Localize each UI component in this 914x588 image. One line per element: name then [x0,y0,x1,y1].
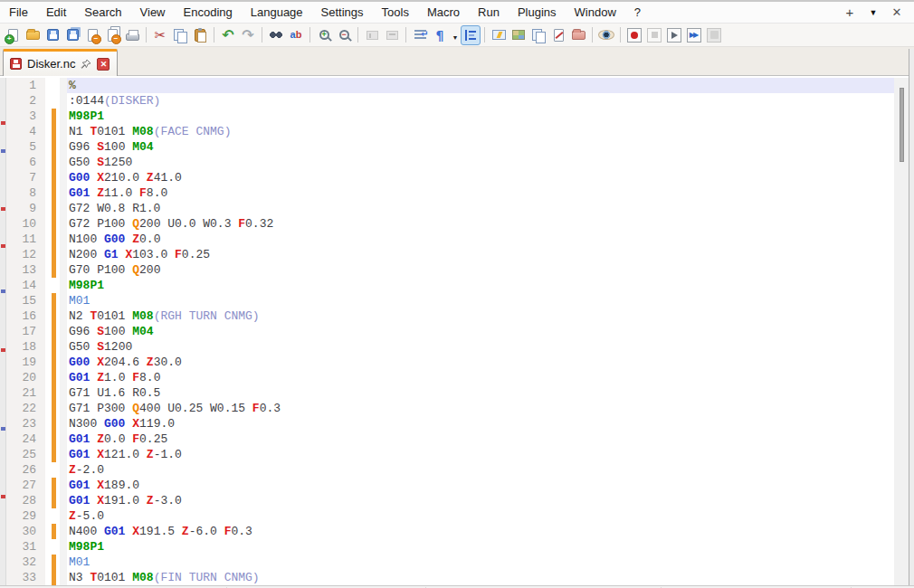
code-line[interactable]: 25G01 X121.0 Z-1.0 [6,447,894,462]
replace-button[interactable] [286,25,306,45]
print-button[interactable] [122,25,142,45]
code-line[interactable]: 1% [6,78,894,93]
code-text[interactable]: G50 S1250 [67,155,894,170]
line-number[interactable]: 29 [6,508,45,524]
code-line[interactable]: 7G00 X210.0 Z41.0 [6,170,894,185]
fold-margin[interactable] [60,339,67,355]
code-text[interactable]: G96 S100 M04 [67,324,894,339]
line-number[interactable]: 5 [6,139,45,155]
menu-item-encoding[interactable]: Encoding [175,2,242,24]
fold-margin[interactable] [60,324,67,339]
fold-margin[interactable] [60,78,67,93]
code-line[interactable]: 31M98P1 [6,539,894,555]
fold-margin[interactable] [60,216,67,232]
menu-item-window[interactable]: Window [566,2,625,24]
line-number[interactable]: 12 [6,247,45,262]
fold-margin[interactable] [60,93,67,109]
word-wrap-button[interactable] [410,25,430,45]
code-line[interactable]: 24G01 Z0.0 F0.25 [6,432,894,447]
code-text[interactable]: Z-5.0 [67,508,894,524]
line-number[interactable]: 23 [6,416,45,432]
code-text[interactable]: M98P1 [67,539,894,555]
code-line[interactable]: 28G01 X191.0 Z-3.0 [6,493,894,508]
fold-margin[interactable] [60,185,67,201]
line-number[interactable]: 32 [6,555,45,570]
fold-margin[interactable] [60,508,67,524]
line-number[interactable]: 28 [6,493,45,508]
line-number[interactable]: 11 [6,232,45,247]
code-line[interactable]: 19G00 X204.6 Z30.0 [6,355,894,370]
fold-margin[interactable] [60,293,67,308]
line-number[interactable]: 17 [6,324,45,339]
fold-margin[interactable] [60,370,67,385]
menu-item-help[interactable]: ? [625,2,650,24]
line-number[interactable]: 30 [6,524,45,539]
line-number[interactable]: 1 [6,78,45,93]
fold-margin[interactable] [60,262,67,278]
code-line[interactable]: 22G71 P300 Q400 U0.25 W0.15 F0.3 [6,401,894,416]
fold-margin[interactable] [60,170,67,185]
fold-margin[interactable] [60,555,67,570]
line-number[interactable]: 22 [6,401,45,416]
code-text[interactable]: Z-2.0 [67,462,894,478]
line-number[interactable]: 18 [6,339,45,355]
line-number[interactable]: 4 [6,124,45,139]
fold-margin[interactable] [60,524,67,539]
macro-record-button[interactable] [624,25,644,45]
code-line[interactable]: 14M98P1 [6,278,894,293]
line-number[interactable]: 3 [6,109,45,124]
line-number[interactable]: 13 [6,262,45,278]
line-number[interactable]: 33 [6,570,45,585]
code-line[interactable]: 23N300 G00 X119.0 [6,416,894,432]
vertical-scrollbar[interactable] [894,78,909,585]
close-tab-icon[interactable]: ✕ [97,58,109,71]
code-text[interactable]: N400 G01 X191.5 Z-6.0 F0.3 [67,524,894,539]
fold-margin[interactable] [60,247,67,262]
menu-item-view[interactable]: View [131,2,175,24]
line-number[interactable]: 24 [6,432,45,447]
menu-item-macro[interactable]: Macro [418,2,469,24]
zoom-in-button[interactable] [314,25,334,45]
copy-button[interactable] [170,25,190,45]
code-line[interactable]: 26Z-2.0 [6,462,894,478]
line-number[interactable]: 26 [6,462,45,478]
menu-item-settings[interactable]: Settings [312,2,373,24]
fold-margin[interactable] [60,570,67,585]
line-number[interactable]: 14 [6,278,45,293]
code-line[interactable]: 27G01 X189.0 [6,478,894,493]
code-text[interactable]: G71 P300 Q400 U0.25 W0.15 F0.3 [67,401,894,416]
fold-margin[interactable] [60,355,67,370]
save-all-button[interactable] [62,25,82,45]
fold-margin[interactable] [60,401,67,416]
code-line[interactable]: 13G70 P100 Q200 [6,262,894,278]
close-window-button[interactable]: ✕ [885,5,909,19]
menu-item-language[interactable]: Language [242,2,312,24]
code-text[interactable]: G96 S100 M04 [67,139,894,155]
show-all-characters-button[interactable] [430,25,450,45]
code-text[interactable]: M98P1 [67,109,894,124]
code-line[interactable]: 6G50 S1250 [6,155,894,170]
code-line[interactable]: 18G50 S1200 [6,339,894,355]
code-text[interactable]: G01 Z11.0 F8.0 [67,185,894,201]
line-number[interactable]: 10 [6,216,45,232]
menu-item-file[interactable]: File [0,2,37,24]
code-text[interactable]: G01 Z1.0 F8.0 [67,370,894,385]
code-text[interactable]: G71 U1.6 R0.5 [67,385,894,401]
fold-margin[interactable] [60,155,67,170]
line-number[interactable]: 25 [6,447,45,462]
code-line[interactable]: 30N400 G01 X191.5 Z-6.0 F0.3 [6,524,894,539]
zoom-out-button[interactable] [334,25,354,45]
code-line[interactable]: 10G72 P100 Q200 U0.0 W0.3 F0.32 [6,216,894,232]
fold-margin[interactable] [60,416,67,432]
new-tab-button[interactable]: + [838,5,862,20]
fold-margin[interactable] [60,124,67,139]
line-number[interactable]: 2 [6,93,45,109]
code-text[interactable]: G72 W0.8 R1.0 [67,201,894,216]
code-text[interactable]: N200 G1 X103.0 F0.25 [67,247,894,262]
fold-margin[interactable] [60,201,67,216]
find-button[interactable] [266,25,286,45]
tab-disker-nc[interactable]: Disker.nc ✕ [3,49,118,76]
code-line[interactable]: 8G01 Z11.0 F8.0 [6,185,894,201]
code-text[interactable]: M98P1 [67,278,894,293]
menu-item-tools[interactable]: Tools [373,2,418,24]
